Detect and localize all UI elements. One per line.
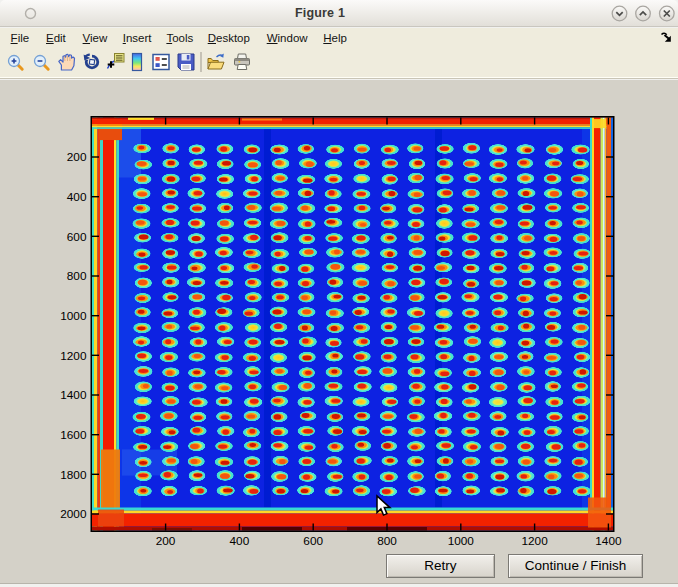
svg-text:1800: 1800 bbox=[60, 468, 87, 482]
svg-text:2000: 2000 bbox=[60, 507, 87, 521]
svg-text:800: 800 bbox=[67, 269, 87, 283]
svg-text:1200: 1200 bbox=[521, 534, 548, 548]
svg-text:1000: 1000 bbox=[448, 534, 475, 548]
svg-text:400: 400 bbox=[230, 534, 250, 548]
svg-text:200: 200 bbox=[156, 534, 176, 548]
svg-text:400: 400 bbox=[67, 190, 87, 204]
svg-text:600: 600 bbox=[67, 230, 87, 244]
svg-text:1200: 1200 bbox=[60, 349, 87, 363]
svg-text:1000: 1000 bbox=[60, 309, 87, 323]
svg-text:600: 600 bbox=[303, 534, 323, 548]
svg-text:1600: 1600 bbox=[60, 428, 87, 442]
svg-text:800: 800 bbox=[377, 534, 397, 548]
svg-text:1400: 1400 bbox=[595, 534, 622, 548]
svg-text:200: 200 bbox=[67, 150, 87, 164]
svg-text:1400: 1400 bbox=[60, 388, 87, 402]
